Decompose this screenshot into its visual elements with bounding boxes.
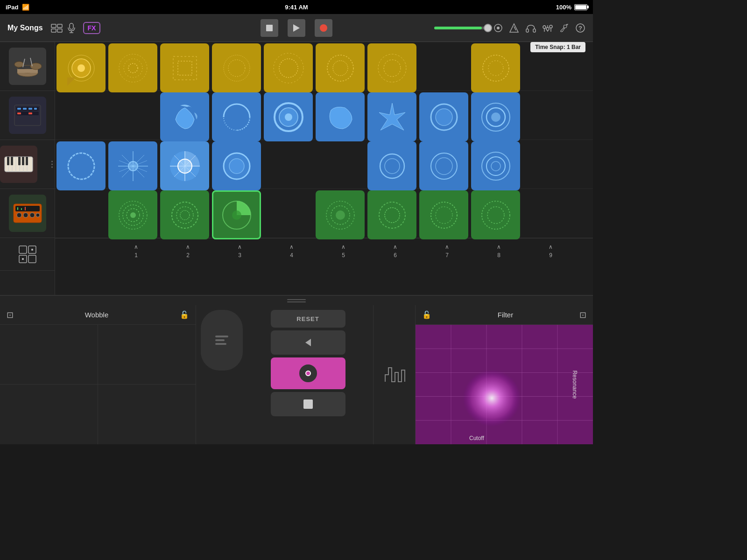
grid-button[interactable] [0, 238, 55, 271]
filter-nav-icon[interactable]: ⊡ [579, 310, 586, 320]
wobble-q3[interactable] [0, 385, 98, 444]
stop-button[interactable] [261, 19, 278, 37]
headphones-icon[interactable] [526, 23, 536, 33]
track-number-9[interactable]: ∧ 9 [525, 238, 577, 264]
waveform-panel[interactable] [374, 305, 416, 444]
wobble-q2[interactable] [98, 325, 196, 385]
track-cell-1-2[interactable] [108, 43, 157, 92]
wobble-q4[interactable] [98, 385, 196, 444]
track-number-1[interactable]: ∧ 1 [110, 238, 162, 264]
track-cell-4-8[interactable] [419, 190, 468, 239]
track-cell-2-6[interactable] [316, 92, 365, 141]
track-cell-4-6[interactable] [316, 190, 365, 239]
play-record-button[interactable] [271, 357, 345, 389]
volume-icon [494, 24, 502, 32]
instrument-synth[interactable] [0, 189, 55, 238]
instrument-beat-sequencer[interactable] [0, 91, 55, 140]
instrument-keys[interactable] [0, 140, 55, 189]
metronome-icon[interactable] [509, 23, 519, 33]
track-number-4[interactable]: ∧ 4 [266, 238, 317, 264]
cutoff-label: Cutoff [469, 435, 539, 441]
svg-rect-36 [34, 108, 37, 110]
track-cell-4-5[interactable] [264, 190, 313, 239]
svg-point-132 [482, 201, 510, 229]
track-cell-1-7[interactable] [367, 43, 416, 92]
track-cell-4-2[interactable] [108, 190, 157, 239]
track-cell-1-8[interactable] [419, 43, 468, 92]
wobble-panel: ⊡ Wobble 🔓 [0, 305, 196, 444]
back-button[interactable] [271, 330, 345, 355]
instrument-drums[interactable] [0, 42, 55, 91]
track-cell-2-3[interactable] [160, 92, 209, 141]
track-cell-3-2[interactable] [108, 141, 157, 190]
track-cell-2-7[interactable] [367, 92, 416, 141]
track-number-2[interactable]: ∧ 2 [162, 238, 214, 264]
track-layout-icon[interactable] [50, 23, 63, 33]
play-button[interactable] [288, 19, 305, 37]
track-cell-4-9[interactable] [471, 190, 520, 239]
track-up-arrow-2: ∧ [186, 244, 190, 250]
track-cell-1-1[interactable] [56, 43, 106, 92]
track-cell-4-4[interactable] [212, 190, 261, 239]
my-songs-button[interactable]: My Songs [7, 24, 43, 32]
panel-drag-handle[interactable] [0, 296, 593, 305]
arpeggiator-selector[interactable] [201, 310, 243, 371]
track-label-2: 2 [186, 252, 190, 259]
svg-point-85 [488, 61, 503, 76]
track-up-arrow-7: ∧ [445, 244, 449, 250]
track-cell-1-9[interactable] [471, 43, 520, 92]
track-cell-2-2[interactable] [108, 92, 157, 141]
track-grid: ∧ 1 ∧ 2 ∧ 3 ∧ 4 ∧ 5 ∧ 6 [55, 42, 593, 295]
track-cell-3-8[interactable] [419, 141, 468, 190]
wobble-nav-left-icon[interactable]: ⊡ [7, 310, 14, 320]
filter-lock-icon[interactable]: 🔓 [422, 310, 431, 319]
track-cell-1-4[interactable] [212, 43, 261, 92]
track-cell-2-9[interactable] [471, 92, 520, 141]
track-cell-3-5[interactable] [264, 141, 313, 190]
mixer-icon[interactable] [543, 23, 553, 33]
track-cell-4-3[interactable] [160, 190, 209, 239]
track-cell-1-3[interactable] [160, 43, 209, 92]
mic-icon[interactable] [67, 23, 76, 33]
svg-rect-3 [57, 29, 62, 32]
track-cell-2-1[interactable] [56, 92, 106, 141]
wobble-lock-icon[interactable]: 🔓 [180, 310, 189, 319]
wobble-q1[interactable] [0, 325, 98, 385]
svg-rect-2 [51, 29, 56, 32]
track-cell-2-4[interactable] [212, 92, 261, 141]
svg-point-108 [229, 159, 244, 174]
track-cell-3-1[interactable] [56, 141, 106, 190]
track-cell-3-4[interactable] [212, 141, 261, 190]
track-number-6[interactable]: ∧ 6 [369, 238, 421, 264]
track-cell-4-7[interactable] [367, 190, 416, 239]
track-cell-3-9[interactable] [471, 141, 520, 190]
track-number-7[interactable]: ∧ 7 [421, 238, 473, 264]
help-icon[interactable]: ? [575, 23, 585, 33]
track-cell-1-6[interactable] [316, 43, 365, 92]
track-number-8[interactable]: ∧ 8 [473, 238, 525, 264]
svg-point-84 [483, 55, 509, 81]
track-cell-2-5[interactable] [264, 92, 313, 141]
svg-point-114 [486, 157, 505, 175]
track-cell-4-1[interactable] [56, 190, 106, 239]
volume-slider[interactable] [434, 24, 502, 32]
track-label-9: 9 [549, 252, 552, 259]
track-cell-2-8[interactable] [419, 92, 468, 141]
settings-icon[interactable] [559, 23, 569, 33]
fx-button[interactable]: FX [83, 22, 101, 34]
filter-canvas[interactable]: Cutoff Resonance [416, 325, 593, 444]
toolbar: My Songs FX [0, 14, 593, 42]
track-number-5[interactable]: ∧ 5 [317, 238, 369, 264]
reset-button[interactable]: RESET [271, 310, 345, 328]
track-cell-3-3[interactable] [160, 141, 209, 190]
svg-point-71 [119, 54, 147, 82]
svg-rect-37 [17, 112, 21, 114]
track-cell-3-7[interactable] [367, 141, 416, 190]
stop-square-button[interactable] [271, 392, 345, 416]
track-cell-1-5[interactable] [264, 43, 313, 92]
track-cell-3-6[interactable] [316, 141, 365, 190]
record-button[interactable] [315, 19, 332, 37]
track-number-3[interactable]: ∧ 3 [214, 238, 266, 264]
filter-header: 🔓 Filter ⊡ [416, 305, 593, 325]
track-number-10[interactable]: ∧ 10 [577, 238, 593, 264]
